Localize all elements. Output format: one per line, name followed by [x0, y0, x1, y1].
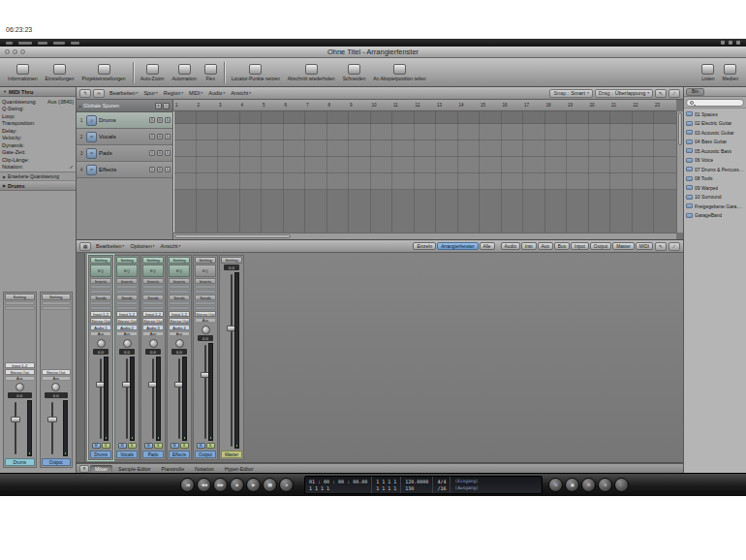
timeline[interactable]: 1234567891011121314151617181920212223 [173, 100, 683, 239]
automation-button[interactable]: Automation [169, 60, 199, 85]
replace-button[interactable]: R [581, 478, 596, 492]
param-transposition-[interactable]: Transposition: [2, 120, 74, 128]
mixer-filter-bus[interactable]: Bus [554, 242, 570, 250]
param-dynamik-[interactable]: Dynamik: [2, 141, 74, 149]
input-slot[interactable]: Input 1-2 [90, 311, 111, 317]
strip-name-label[interactable]: Drums [90, 451, 111, 458]
mute-button[interactable]: M [171, 443, 179, 449]
track-row-drums[interactable]: 1♪DrumsRMS [77, 112, 172, 129]
insert-slot[interactable] [90, 290, 111, 294]
library-item-01-spaces[interactable]: 01 Spaces [684, 109, 746, 119]
close-button[interactable] [5, 49, 10, 54]
insert-slot[interactable] [42, 301, 72, 305]
lcd-locators[interactable]: 1 1 1 1 1 1 1 1 [372, 477, 401, 493]
crop-button[interactable]: Schneiden [340, 60, 369, 85]
track-m-button[interactable]: M [157, 134, 163, 140]
send-slot[interactable] [142, 301, 164, 305]
arrange-menu-region[interactable]: Region▾ [161, 90, 186, 96]
send-slot[interactable] [90, 301, 111, 305]
insert-slot[interactable] [142, 285, 164, 289]
mixer-icon[interactable]: ▦ [79, 242, 91, 251]
editor-tab-mixer[interactable]: Mixer [90, 465, 112, 473]
metronome-button[interactable]: ♩ [614, 478, 629, 492]
arrange-menu-bearbeiten[interactable]: Bearbeiten▾ [107, 90, 140, 96]
setting-button[interactable]: Setting [142, 257, 164, 264]
param-loop-[interactable]: Loop: [2, 112, 74, 120]
fader-cap[interactable] [11, 417, 20, 422]
send-slot[interactable] [90, 306, 111, 310]
lcd-signature[interactable]: 4/4 /16 [433, 477, 451, 493]
hand-tool-button[interactable]: ∕ [668, 242, 680, 251]
lcd-tempo[interactable]: 120.0000 130 [401, 477, 433, 493]
window-title-bar[interactable]: Ohne Titel - Arrangierfenster [0, 47, 746, 58]
media-button[interactable]: Medien [720, 60, 741, 85]
scrollbar-thumb[interactable] [678, 112, 682, 145]
mixer-filter-inst[interactable]: Inst [521, 242, 537, 250]
insert-slot[interactable] [142, 290, 164, 294]
midi-thru-header[interactable]: ▼ MIDI Thru [0, 87, 76, 97]
mixer-view-arrangierfenster[interactable]: Arrangierfenster [437, 242, 478, 250]
scrollbar-thumb[interactable] [174, 234, 291, 238]
pointer-tool-button[interactable]: ↖ [655, 89, 667, 98]
menu-item[interactable] [53, 42, 65, 45]
mixer-menu-ansicht[interactable]: Ansicht▾ [157, 243, 183, 249]
insert-slot[interactable] [116, 290, 138, 294]
strip-name-label[interactable]: Vocals [116, 451, 138, 458]
track-s-button[interactable]: S [165, 117, 171, 123]
output-slot[interactable]: Stereo Out [116, 318, 138, 324]
eq-display[interactable]: EQ [90, 264, 111, 277]
insert-slot[interactable] [195, 290, 216, 294]
arrange-canvas[interactable] [173, 111, 676, 233]
send-slot[interactable] [195, 306, 216, 310]
menu-item[interactable] [71, 42, 79, 45]
solo-button[interactable]: S [180, 443, 189, 449]
strip-name-label[interactable]: Output [195, 451, 216, 458]
global-tracks-button[interactable]: ▾ [155, 103, 162, 109]
output-slot[interactable]: Stereo Out [90, 318, 111, 324]
fader-cap[interactable] [47, 417, 57, 422]
fader[interactable] [118, 357, 136, 441]
pan-knob[interactable] [175, 339, 184, 348]
solo-button[interactable]: S [102, 443, 110, 449]
arrange-menu-audio[interactable]: Audio▾ [205, 90, 228, 96]
track-r-button[interactable]: R [149, 150, 155, 156]
mute-button[interactable]: M [118, 443, 127, 449]
repeat-section-button[interactable]: Abschnitt wiederholen [285, 60, 338, 85]
pan-knob[interactable] [16, 383, 24, 391]
track-params-header[interactable]: ▶ Drums [0, 181, 76, 191]
menu-item[interactable] [18, 42, 32, 45]
group-slot[interactable]: Aus [195, 318, 216, 323]
minimize-button[interactable] [13, 49, 17, 54]
stop-button[interactable]: ■ [230, 478, 244, 492]
fader[interactable] [92, 357, 109, 441]
mixer-view-einzeln[interactable]: Einzeln [413, 242, 436, 250]
arrange-menu-spur[interactable]: Spur▾ [140, 90, 160, 96]
lists-button[interactable]: Listen [699, 60, 717, 85]
mixer-filter-aux[interactable]: Aux [538, 242, 553, 250]
insert-slot[interactable] [195, 285, 216, 289]
go-to-beginning-button[interactable]: |◀ [180, 478, 195, 492]
play-button[interactable]: ▶ [246, 478, 261, 492]
track-row-effects[interactable]: 4≈EffectsRMS [77, 162, 172, 178]
global-tracks-button[interactable]: ▪ [163, 103, 170, 109]
param-velocity-[interactable]: Velocity: [2, 135, 74, 142]
arrange-menu-midi[interactable]: MIDI▾ [186, 90, 205, 96]
library-item-garageband[interactable]: GarageBand [684, 211, 746, 221]
auto-zoom-button[interactable]: Auto-Zoom [138, 60, 168, 85]
group-slot[interactable]: Aus [90, 331, 111, 336]
strip-name-label[interactable]: Master [221, 451, 242, 458]
param-delay-[interactable]: Delay: [2, 127, 74, 135]
hierarchy-button[interactable]: ↰ [79, 89, 91, 98]
setting-button[interactable]: Setting [221, 257, 242, 264]
track-s-button[interactable]: S [165, 134, 171, 140]
setting-button[interactable]: Setting [195, 257, 216, 264]
fader[interactable] [223, 272, 240, 449]
eq-display[interactable]: EQ [142, 264, 164, 277]
drag-dropdown[interactable]: Drag : Überlappung ▾ [595, 89, 653, 98]
output-slot[interactable]: Stereo Out [195, 311, 216, 317]
mixer-menu-bearbeiten[interactable]: Bearbeiten▾ [93, 243, 127, 249]
track-r-button[interactable]: R [149, 167, 155, 172]
track-m-button[interactable]: M [157, 167, 163, 172]
send-slot[interactable] [169, 301, 190, 305]
setting-button[interactable]: Setting [42, 294, 72, 300]
